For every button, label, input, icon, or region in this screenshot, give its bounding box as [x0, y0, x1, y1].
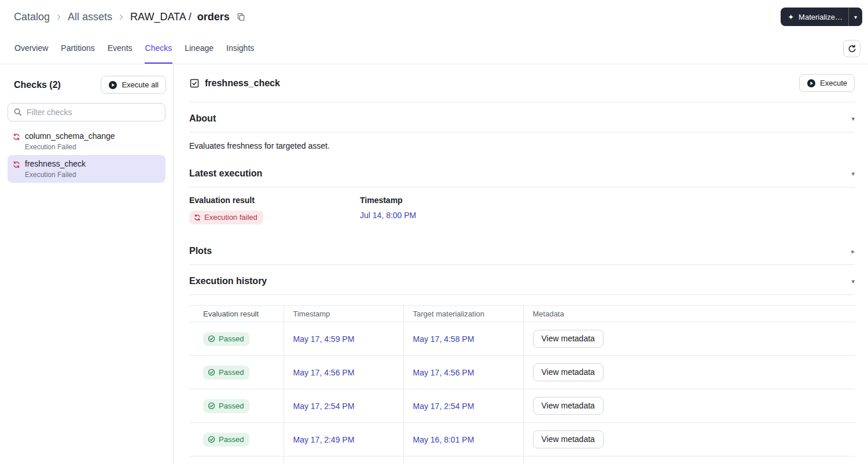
sidebar-title: Checks (2): [14, 80, 61, 90]
check-circle-icon: [208, 402, 215, 410]
passed-badge-label: Passed: [219, 435, 244, 444]
check-item-name: column_schema_change: [25, 131, 115, 141]
filter-checks-input[interactable]: [8, 103, 165, 121]
execute-button[interactable]: Execute: [799, 74, 855, 92]
breadcrumb-catalog[interactable]: Catalog: [14, 11, 50, 23]
checks-sidebar: Checks (2) Execute all: [0, 64, 174, 464]
tab-bar-spacer: [255, 34, 843, 64]
check-title-group: freshness_check: [189, 78, 280, 89]
check-change-icon: [13, 133, 20, 141]
latest-execution-timestamp-link[interactable]: Jul 14, 8:00 PM: [360, 211, 416, 220]
asset-check-icon: [189, 78, 200, 89]
filter-checks-field: [8, 103, 165, 121]
sidebar-header: Checks (2) Execute all: [0, 64, 173, 94]
execution-timestamp-link[interactable]: May 17, 2:49 PM: [293, 435, 355, 444]
check-detail-panel: freshness_check Execute About ▾ Evaluate…: [174, 64, 868, 464]
target-materialization-link[interactable]: May 16, 8:01 PM: [413, 435, 475, 444]
tab-overview[interactable]: Overview: [14, 34, 49, 64]
materialize-button[interactable]: ✦ Materialize… ▾: [781, 8, 862, 26]
chevron-right-icon: [118, 14, 124, 20]
sparkle-icon: ✦: [788, 13, 794, 21]
breadcrumb-asset-name: orders: [197, 11, 230, 23]
chevron-right-icon: [56, 14, 62, 20]
plots-heading: Plots: [189, 246, 212, 256]
view-metadata-button[interactable]: View metadata: [533, 430, 604, 448]
check-title-row: freshness_check Execute: [189, 64, 855, 102]
execution-history-table-wrap: Evaluation result Timestamp Target mater…: [189, 295, 855, 464]
refresh-icon: [848, 45, 856, 53]
view-metadata-button[interactable]: View metadata: [533, 330, 604, 348]
evaluation-result-label: Evaluation result: [189, 196, 360, 205]
check-circle-icon: [208, 335, 215, 343]
table-header-row: Evaluation result Timestamp Target mater…: [189, 306, 855, 322]
latest-execution-heading: Latest execution: [189, 168, 262, 179]
play-circle-icon: [807, 79, 816, 88]
execution-timestamp-link[interactable]: May 17, 2:54 PM: [293, 402, 355, 411]
passed-badge: Passed: [203, 399, 249, 413]
evaluation-result-field: Evaluation result Execution failed: [189, 196, 360, 224]
check-list: column_schema_change Execution Failed fr…: [0, 127, 173, 183]
check-list-item-freshness-check[interactable]: freshness_check Execution Failed: [8, 155, 165, 183]
check-item-name: freshness_check: [25, 159, 86, 168]
tab-lineage[interactable]: Lineage: [184, 34, 214, 64]
check-item-text: freshness_check Execution Failed: [25, 159, 86, 179]
materialize-label: Materialize…: [799, 13, 843, 21]
check-title: freshness_check: [205, 78, 280, 89]
plots-section-header[interactable]: Plots ▸: [189, 235, 855, 265]
view-metadata-button[interactable]: View metadata: [533, 363, 604, 381]
column-header-metadata: Metadata: [523, 306, 855, 322]
execution-timestamp-link[interactable]: May 17, 4:56 PM: [293, 368, 355, 377]
check-list-item-column-schema-change[interactable]: column_schema_change Execution Failed: [8, 127, 165, 155]
target-materialization-link[interactable]: May 17, 2:54 PM: [413, 402, 475, 411]
table-row: Passed May 17, 2:49 PM May 16, 8:01 PM V…: [189, 423, 855, 456]
execute-all-button[interactable]: Execute all: [101, 76, 166, 94]
table-row-partial: [189, 456, 855, 464]
about-section-header[interactable]: About ▾: [189, 102, 855, 132]
execution-history-section-header[interactable]: Execution history ▾: [189, 265, 855, 295]
latest-execution-body: Evaluation result Execution failed Times…: [189, 187, 855, 235]
check-item-text: column_schema_change Execution Failed: [25, 131, 115, 151]
tab-events[interactable]: Events: [107, 34, 133, 64]
materialize-button-main[interactable]: ✦ Materialize…: [781, 8, 848, 26]
check-item-status: Execution Failed: [25, 171, 86, 179]
breadcrumb-all-assets[interactable]: All assets: [68, 11, 112, 23]
execute-label: Execute: [820, 78, 847, 88]
tab-partitions[interactable]: Partitions: [60, 34, 95, 64]
execute-all-label: Execute all: [122, 80, 159, 90]
search-icon: [13, 108, 22, 116]
check-change-icon: [13, 161, 20, 168]
latest-execution-section-header[interactable]: Latest execution ▾: [189, 157, 855, 187]
about-description: Evaluates freshness for targeted asset.: [189, 132, 855, 157]
execution-failed-badge-label: Execution failed: [204, 213, 258, 222]
refresh-button[interactable]: [843, 40, 860, 57]
tab-insights[interactable]: Insights: [226, 34, 255, 64]
passed-badge-label: Passed: [219, 334, 244, 344]
content: Checks (2) Execute all: [0, 64, 868, 464]
timestamp-field: Timestamp Jul 14, 8:00 PM: [360, 196, 531, 224]
passed-badge: Passed: [203, 433, 249, 447]
copy-icon[interactable]: [237, 13, 245, 21]
passed-badge: Passed: [203, 366, 249, 380]
execution-history-table: Evaluation result Timestamp Target mater…: [189, 305, 855, 464]
execution-timestamp-link[interactable]: May 17, 4:59 PM: [293, 334, 355, 344]
materialize-dropdown-toggle[interactable]: ▾: [848, 8, 862, 26]
chevron-down-icon[interactable]: ▾: [851, 171, 855, 177]
check-circle-icon: [208, 436, 215, 443]
breadcrumb: Catalog All assets RAW_DATA / orders: [14, 11, 245, 23]
target-materialization-link[interactable]: May 17, 4:56 PM: [413, 368, 475, 377]
chevron-down-icon[interactable]: ▾: [851, 116, 855, 122]
check-circle-icon: [208, 369, 215, 376]
tab-checks[interactable]: Checks: [145, 34, 173, 64]
app-header: Catalog All assets RAW_DATA / orders ✦ M…: [0, 0, 868, 34]
table-row: Passed May 17, 4:56 PM May 17, 4:56 PM V…: [189, 356, 855, 389]
check-change-icon: [194, 214, 201, 221]
timestamp-label: Timestamp: [360, 196, 531, 205]
chevron-down-icon[interactable]: ▾: [851, 278, 855, 285]
tabs: Overview Partitions Events Checks Lineag…: [14, 34, 255, 64]
target-materialization-link[interactable]: May 17, 4:58 PM: [413, 334, 475, 344]
passed-badge: Passed: [203, 332, 249, 346]
view-metadata-button[interactable]: View metadata: [533, 397, 604, 415]
breadcrumb-asset-prefix[interactable]: RAW_DATA /: [130, 11, 192, 23]
chevron-right-icon[interactable]: ▸: [851, 248, 855, 255]
app-root: Catalog All assets RAW_DATA / orders ✦ M…: [0, 0, 868, 464]
